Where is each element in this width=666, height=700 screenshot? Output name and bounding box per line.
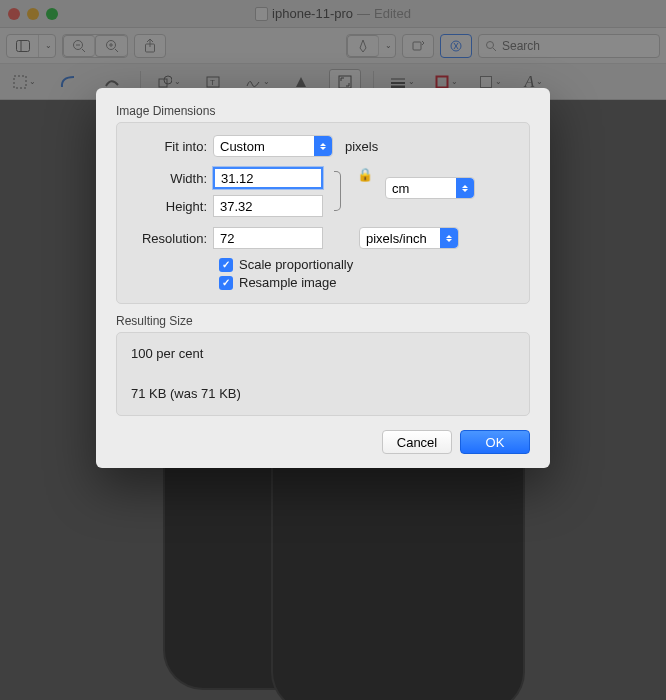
width-label: Width: [131, 171, 207, 186]
size-unit-select[interactable]: cm [385, 177, 475, 199]
fit-into-label: Fit into: [131, 139, 207, 154]
fit-into-unit: pixels [345, 139, 378, 154]
resolution-label: Resolution: [131, 231, 207, 246]
fit-into-select[interactable]: Custom [213, 135, 333, 157]
image-dimensions-label: Image Dimensions [116, 104, 530, 118]
scale-proportionally-checkbox[interactable]: ✓ Scale proportionally [219, 257, 515, 272]
resulting-size-box: 100 per cent 71 KB (was 71 KB) [116, 332, 530, 416]
chevron-updown-icon [314, 136, 332, 156]
adjust-size-dialog: Image Dimensions Fit into: Custom pixels… [96, 88, 550, 468]
resolution-input[interactable] [213, 227, 323, 249]
height-label: Height: [131, 199, 207, 214]
resample-image-checkbox[interactable]: ✓ Resample image [219, 275, 515, 290]
resulting-size-label: Resulting Size [116, 314, 530, 328]
lock-icon[interactable]: 🔒 [357, 167, 373, 182]
resolution-unit-value: pixels/inch [366, 231, 427, 246]
resample-image-label: Resample image [239, 275, 337, 290]
cancel-button[interactable]: Cancel [382, 430, 452, 454]
chevron-updown-icon [440, 228, 458, 248]
ok-button[interactable]: OK [460, 430, 530, 454]
fit-into-value: Custom [220, 139, 265, 154]
scale-proportionally-label: Scale proportionally [239, 257, 353, 272]
width-input[interactable] [213, 167, 323, 189]
chevron-updown-icon [456, 178, 474, 198]
size-unit-value: cm [392, 181, 409, 196]
result-percent: 100 per cent [131, 345, 515, 363]
link-bracket [331, 167, 347, 215]
resolution-unit-select[interactable]: pixels/inch [359, 227, 459, 249]
checkbox-checked-icon: ✓ [219, 258, 233, 272]
checkbox-checked-icon: ✓ [219, 276, 233, 290]
height-input[interactable] [213, 195, 323, 217]
result-size: 71 KB (was 71 KB) [131, 385, 515, 403]
